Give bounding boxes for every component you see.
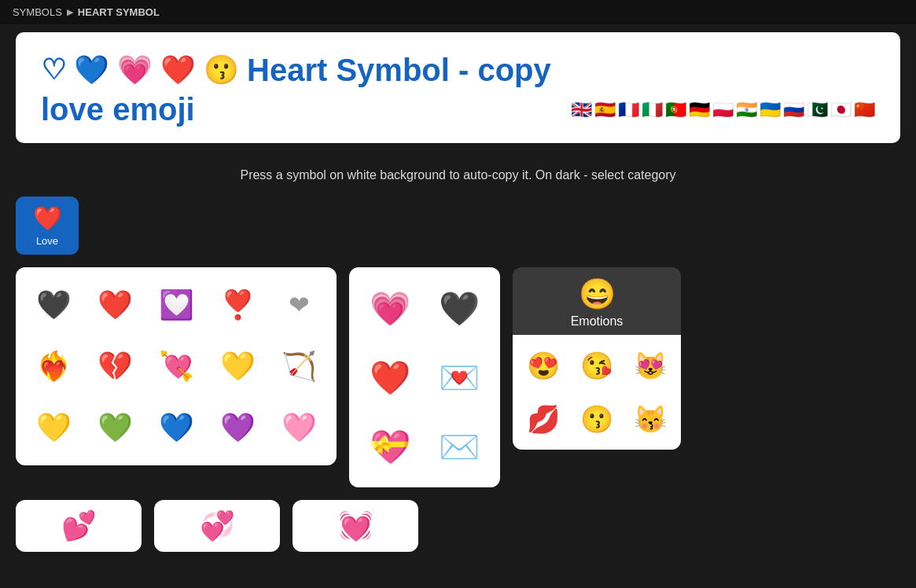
emotion-cat-kiss[interactable]: 😽 (626, 395, 675, 443)
bottom-row: 💕 💞 💓 (0, 487, 916, 552)
symbol-black-heart[interactable]: 🖤 (25, 277, 82, 333)
symbol-heart-exclamation[interactable]: ❣️ (209, 277, 266, 333)
symbol-red-heart[interactable]: ❤️ (86, 277, 143, 333)
symbol-broken-heart[interactable]: 💔 (86, 338, 143, 395)
header-card: ♡ 💙 💗 ❤️ 😗 Heart Symbol - copy love emoj… (16, 32, 900, 143)
symbol-purple-heart[interactable]: 💜 (209, 399, 266, 456)
symbol-heart-fire[interactable]: ❤️‍🔥 (25, 338, 82, 395)
flag-pl[interactable]: 🇵🇱 (712, 100, 734, 120)
emotion-heart-eyes[interactable]: 😍 (519, 341, 568, 390)
subtitle-text: love emoji (41, 92, 195, 127)
breadcrumb-current: HEART SYMBOL (78, 6, 160, 18)
emotions-header[interactable]: 😄 Emotions (513, 267, 681, 335)
symbol-red-heart-2[interactable]: ❤️ (359, 346, 421, 409)
symbol-heart-arrow-2[interactable]: 🏹 (270, 338, 327, 395)
cards-row: 🖤 ❤️ 💟 ❣️ ❤ ❤️‍🔥 💔 💘 💛 🏹 💛 💚 💙 💜 🩷 💗 🖤 ❤… (0, 267, 916, 487)
bottom-symbol-1: 💕 (61, 509, 97, 542)
flag-es[interactable]: 🇪🇸 (594, 100, 616, 120)
main-symbol-grid: 🖤 ❤️ 💟 ❣️ ❤ ❤️‍🔥 💔 💘 💛 🏹 💛 💚 💙 💜 🩷 (16, 267, 337, 465)
symbol-envelope[interactable]: ✉️ (428, 415, 491, 478)
flag-de[interactable]: 🇩🇪 (689, 100, 710, 120)
bottom-symbol-2: 💞 (200, 509, 235, 542)
symbol-mail-heart[interactable]: 💌 (428, 346, 491, 409)
small-symbol-grid: 💗 🖤 ❤️ 💌 💝 ✉️ (349, 267, 500, 487)
symbol-heart-arrow[interactable]: 💘 (148, 338, 204, 395)
instruction-text: Press a symbol on white background to au… (0, 151, 916, 197)
symbol-blue-heart[interactable]: 💙 (148, 399, 204, 456)
breadcrumb-arrow: ▶ (67, 7, 73, 17)
emotion-kiss-face[interactable]: 😗 (572, 395, 621, 443)
flags-row: 🇬🇧 🇪🇸 🇫🇷 🇮🇹 🇵🇹 🇩🇪 🇵🇱 🇮🇳 🇺🇦 🇷🇺 🇵🇰 🇯🇵 🇨🇳 (571, 100, 875, 120)
love-category-button[interactable]: ❤️ Love (16, 197, 79, 255)
title-text: Heart Symbol - copy (247, 51, 551, 89)
emotions-grid: 😍 😘 😻 💋 😗 😽 (513, 335, 681, 450)
bottom-card-1[interactable]: 💕 (16, 500, 142, 552)
flag-in[interactable]: 🇮🇳 (736, 100, 757, 120)
bottom-card-3[interactable]: 💓 (292, 500, 418, 552)
breadcrumb-parent[interactable]: SYMBOLS (13, 6, 62, 18)
emotion-cat-hearts[interactable]: 😻 (626, 341, 675, 390)
flag-pt[interactable]: 🇵🇹 (665, 100, 686, 120)
symbol-pink-heart-2[interactable]: 💗 (359, 277, 421, 340)
header-title: ♡ 💙 💗 ❤️ 😗 Heart Symbol - copy (41, 51, 875, 89)
symbol-yellow-heart[interactable]: 💛 (25, 399, 82, 456)
header-subtitle: love emoji 🇬🇧 🇪🇸 🇫🇷 🇮🇹 🇵🇹 🇩🇪 🇵🇱 🇮🇳 🇺🇦 🇷🇺… (41, 92, 875, 127)
symbol-heart-outline[interactable]: ❤ (270, 277, 327, 333)
symbol-black-heart-2[interactable]: 🖤 (428, 277, 491, 340)
breadcrumb: SYMBOLS ▶ HEART SYMBOL (0, 0, 916, 24)
emotion-kissing[interactable]: 😘 (572, 341, 621, 390)
hearts-row: ♡ 💙 💗 ❤️ 😗 (41, 53, 239, 86)
symbol-gift-heart[interactable]: 💝 (359, 415, 421, 478)
emotions-title: Emotions (571, 314, 624, 329)
symbol-yellow-heart-2[interactable]: 💛 (209, 338, 266, 395)
symbol-green-heart[interactable]: 💚 (86, 399, 143, 456)
love-category-icon: ❤️ (33, 204, 62, 232)
emotions-card: 😄 Emotions 😍 😘 😻 💋 😗 😽 (513, 267, 681, 450)
flag-jp[interactable]: 🇯🇵 (830, 100, 852, 120)
bottom-card-2[interactable]: 💞 (154, 500, 280, 552)
flag-ua[interactable]: 🇺🇦 (760, 100, 781, 120)
bottom-symbol-3: 💓 (338, 509, 373, 542)
flag-ru[interactable]: 🇷🇺 (783, 100, 804, 120)
flag-gb[interactable]: 🇬🇧 (571, 100, 592, 120)
love-category-label: Love (36, 235, 58, 247)
symbol-pink-heart[interactable]: 🩷 (270, 399, 327, 456)
emotions-header-emoji: 😄 (579, 277, 616, 311)
flag-pk[interactable]: 🇵🇰 (807, 100, 828, 120)
emotion-lips[interactable]: 💋 (519, 395, 568, 443)
flag-it[interactable]: 🇮🇹 (642, 100, 663, 120)
flag-fr[interactable]: 🇫🇷 (618, 100, 639, 120)
flag-cn[interactable]: 🇨🇳 (854, 100, 875, 120)
symbol-heart-decoration[interactable]: 💟 (148, 277, 204, 333)
